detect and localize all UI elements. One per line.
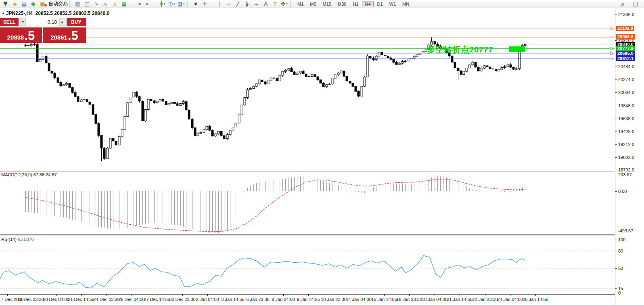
candle-body — [255, 84, 257, 86]
time-tick — [334, 295, 334, 296]
highlight-box[interactable] — [509, 46, 525, 52]
candle-body — [54, 73, 56, 78]
buy-button[interactable]: BUY — [67, 18, 86, 26]
candle-body — [253, 86, 255, 88]
buy-price-button[interactable]: 20861 .5 — [43, 27, 86, 43]
candle-body — [69, 84, 71, 88]
timeframe-button-mn[interactable]: MN — [399, 1, 412, 7]
volume-input[interactable]: 0.10 — [26, 18, 59, 26]
horizontal-line-icon[interactable]: ─ — [224, 0, 233, 8]
timeframe-button-h1[interactable]: H1 — [350, 1, 361, 7]
candle-body — [422, 51, 424, 53]
candle-body — [168, 103, 170, 105]
candle-body — [434, 42, 436, 44]
vertical-line-icon[interactable]: │ — [215, 0, 224, 8]
cursor-icon[interactable]: ➤ — [191, 0, 200, 8]
new-order-icon[interactable]: 单 — [1, 0, 10, 8]
timeframe-button-d1[interactable]: D1 — [374, 1, 386, 7]
volume-down-button[interactable]: ▼ — [20, 18, 26, 26]
zoom-in-icon[interactable]: ⌕+ — [101, 0, 110, 8]
timeframe-button-h4[interactable]: H4 — [362, 1, 373, 7]
macd-pane[interactable] — [0, 171, 615, 234]
chart-shift-icon[interactable]: ⇤ — [143, 0, 153, 8]
candle-body — [355, 86, 357, 91]
candle-body — [390, 58, 392, 59]
trendline-icon[interactable]: ╱ — [233, 0, 243, 8]
timeframe-button-m1[interactable]: M1 — [295, 1, 306, 7]
market-watch-icon[interactable]: ◈ — [10, 0, 19, 8]
candle-body — [65, 84, 67, 85]
timeframe-button-m5[interactable]: M5 — [307, 1, 319, 7]
arrows-icon[interactable]: ✤▾ — [280, 0, 289, 8]
candle-body — [308, 76, 310, 77]
candle-body — [404, 61, 406, 61]
axis-label: 18792.0 — [618, 167, 634, 172]
navigator-icon[interactable]: ◉ — [29, 0, 38, 8]
axis-tick — [615, 288, 617, 289]
crosshair-icon[interactable]: ✛ — [200, 0, 209, 8]
turning-point-annotation[interactable]: 多空转折点20777 — [427, 45, 493, 54]
terminal-window-icon[interactable]: ▤ — [19, 0, 29, 8]
equidistant-channel-icon[interactable]: ∥E — [243, 0, 252, 8]
axis-tick — [615, 92, 617, 93]
price-line-badge: 20612.1 — [616, 56, 635, 61]
candle-body — [498, 70, 500, 71]
axis-label: 80 — [618, 249, 623, 253]
autotrading-label[interactable]: 自动交易 — [48, 0, 68, 7]
price-axis[interactable]: 21336.020910.020484.020274.020064.019848… — [615, 8, 644, 305]
candle-body — [206, 126, 208, 130]
rsi-pane[interactable] — [0, 236, 615, 294]
candle-body — [320, 80, 322, 83]
level-line-handle[interactable] — [610, 58, 612, 60]
search-icon[interactable]: ⌕ — [618, 0, 627, 8]
level-line-handle[interactable] — [610, 48, 612, 50]
time-label: 21 Jan 14:55 — [447, 297, 473, 302]
axis-label: 19002.0 — [618, 155, 634, 160]
candle-body — [507, 65, 509, 67]
templates-icon[interactable]: ▨▾ — [176, 0, 186, 8]
candle-body — [261, 80, 263, 82]
periods-icon[interactable]: ◷▾ — [167, 0, 176, 8]
candle-body — [477, 67, 479, 71]
sell-price-button[interactable]: 20838 .5 — [0, 27, 42, 43]
zoom-out-icon[interactable]: ⌕- — [110, 0, 119, 8]
timeframe-button-m30[interactable]: M30 — [335, 1, 349, 7]
sell-button[interactable]: SELL — [0, 18, 19, 26]
chat-icon[interactable]: ❏ — [631, 0, 640, 8]
candle-body — [235, 123, 237, 127]
candlestick-icon[interactable]: ◫ — [82, 0, 92, 8]
candle-body — [100, 136, 102, 148]
axis-tick — [615, 15, 617, 15]
candle-body — [276, 78, 278, 81]
toolbar-separator — [187, 1, 190, 7]
main-chart-pane[interactable]: 多空转折点20777 — [0, 8, 615, 170]
text-icon[interactable]: A — [261, 0, 270, 8]
indicators-icon[interactable]: ╋▾ — [158, 0, 167, 8]
axis-tick — [615, 175, 617, 175]
volume-up-button[interactable]: ▲ — [59, 18, 65, 26]
candle-body — [39, 60, 41, 62]
line-chart-icon[interactable]: ∿ — [92, 0, 101, 8]
toolbar-separator — [69, 1, 72, 7]
fibonacci-icon[interactable]: ≡F — [252, 0, 261, 8]
candle-body — [288, 69, 290, 71]
candle-body — [515, 69, 517, 69]
bar-chart-icon[interactable]: ▥ — [73, 0, 82, 8]
time-label: 6 Jan 23:30 — [246, 297, 270, 302]
level-line-handle[interactable] — [610, 36, 612, 38]
autotrading-icon[interactable]: ▣ — [38, 0, 47, 8]
macd-values: 67.88 24.87 — [33, 172, 56, 177]
candle-body — [180, 104, 182, 106]
candle-body — [361, 86, 363, 96]
text-label-icon[interactable]: T — [270, 0, 280, 8]
candle-body — [30, 44, 32, 46]
level-line-handle[interactable] — [610, 28, 612, 30]
sell-price-fraction: .5 — [24, 30, 35, 42]
timeframe-button-m15[interactable]: M15 — [320, 1, 334, 7]
level-line-handle[interactable] — [610, 53, 612, 55]
timeframe-button-w1[interactable]: W1 — [387, 1, 399, 7]
auto-scroll-icon[interactable]: ⇥ — [134, 0, 143, 8]
candle-body — [215, 134, 217, 136]
tile-windows-icon[interactable]: ▦ — [119, 0, 129, 8]
time-axis[interactable]: 7 Dec 201818 Dec 23:3020 Dec 04:0021 Dec… — [0, 294, 615, 305]
